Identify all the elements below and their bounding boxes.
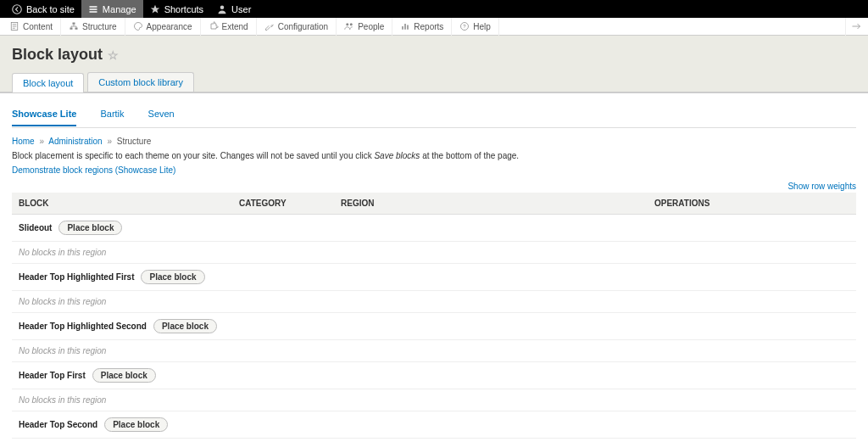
show-row-weights[interactable]: Show row weights bbox=[12, 182, 856, 191]
appearance-icon bbox=[133, 21, 143, 31]
menu-people[interactable]: People bbox=[337, 18, 392, 36]
svg-rect-8 bbox=[403, 26, 404, 30]
empty-region-row: No blocks in this region bbox=[12, 242, 856, 264]
place-block-button[interactable]: Place block bbox=[153, 319, 217, 333]
user-icon bbox=[217, 4, 227, 14]
manage-toggle[interactable]: Manage bbox=[81, 0, 143, 18]
back-label: Back to site bbox=[26, 4, 75, 14]
region-name: Header Top Second bbox=[19, 420, 97, 429]
svg-rect-5 bbox=[75, 28, 78, 30]
empty-region-row: No blocks in this region bbox=[12, 439, 856, 443]
star-icon bbox=[150, 4, 160, 14]
region-name: Header Top Highlighted First bbox=[19, 272, 134, 282]
structure-icon bbox=[69, 21, 79, 31]
svg-point-1 bbox=[220, 5, 225, 9]
breadcrumb: Home » Administration » Structure bbox=[12, 137, 856, 146]
theme-tab-seven[interactable]: Seven bbox=[148, 105, 175, 122]
svg-text:?: ? bbox=[464, 24, 467, 29]
content: Showcase Lite Bartik Seven Home » Admini… bbox=[0, 92, 868, 442]
region-row: Header Top Highlighted SecondPlace block bbox=[12, 313, 856, 340]
extend-icon bbox=[209, 21, 219, 31]
menu-reports[interactable]: Reports bbox=[392, 18, 452, 36]
tab-custom-block-library[interactable]: Custom block library bbox=[87, 72, 194, 92]
shortcuts-toggle[interactable]: Shortcuts bbox=[143, 0, 210, 18]
place-block-button[interactable]: Place block bbox=[104, 417, 168, 432]
breadcrumb-structure: Structure bbox=[117, 137, 152, 146]
orientation-icon bbox=[851, 21, 861, 31]
region-row: Header Top FirstPlace block bbox=[12, 362, 856, 389]
empty-region-row: No blocks in this region bbox=[12, 291, 856, 313]
place-block-button[interactable]: Place block bbox=[58, 221, 122, 235]
tab-block-layout[interactable]: Block layout bbox=[12, 73, 84, 92]
manage-label: Manage bbox=[103, 4, 136, 14]
back-to-site[interactable]: Back to site bbox=[5, 0, 81, 18]
people-icon bbox=[344, 21, 354, 31]
menu-extend[interactable]: Extend bbox=[201, 18, 257, 36]
hamburger-icon bbox=[88, 4, 98, 14]
th-block: Block bbox=[12, 193, 232, 215]
theme-tab-bartik[interactable]: Bartik bbox=[100, 105, 124, 122]
page-title: Block layout☆ bbox=[12, 46, 856, 64]
svg-rect-9 bbox=[405, 24, 407, 30]
svg-point-6 bbox=[346, 23, 348, 25]
back-icon bbox=[12, 4, 22, 14]
content-icon bbox=[9, 21, 19, 31]
menu-help[interactable]: ?Help bbox=[452, 18, 499, 36]
config-icon bbox=[264, 21, 275, 31]
svg-point-0 bbox=[13, 4, 22, 14]
menu-configuration[interactable]: Configuration bbox=[257, 18, 337, 36]
menu-appearance[interactable]: Appearance bbox=[125, 18, 201, 36]
block-table: Block Category Region Operations Slideou… bbox=[12, 193, 856, 442]
user-label: User bbox=[231, 4, 251, 14]
place-block-button[interactable]: Place block bbox=[141, 270, 204, 284]
menu-content[interactable]: Content bbox=[2, 18, 61, 36]
region-name: Header Top First bbox=[19, 371, 86, 380]
empty-region-row: No blocks in this region bbox=[12, 389, 856, 411]
empty-region-row: No blocks in this region bbox=[12, 340, 856, 362]
place-block-button[interactable]: Place block bbox=[92, 368, 156, 383]
page-description: Block placement is specific to each them… bbox=[12, 151, 856, 160]
svg-point-7 bbox=[350, 23, 353, 25]
th-region: Region bbox=[334, 193, 648, 215]
primary-tabs: Block layout Custom block library bbox=[12, 72, 856, 92]
th-category: Category bbox=[232, 193, 334, 215]
reports-icon bbox=[400, 21, 410, 31]
th-operations: Operations bbox=[648, 193, 856, 215]
region-row: Header Top Highlighted FirstPlace block bbox=[12, 264, 856, 291]
region-name: Header Top Highlighted Second bbox=[19, 322, 147, 331]
secondary-tabs: Showcase Lite Bartik Seven bbox=[12, 100, 856, 128]
favorite-star-icon[interactable]: ☆ bbox=[108, 48, 119, 62]
shortcuts-label: Shortcuts bbox=[164, 4, 203, 14]
orientation-toggle[interactable] bbox=[845, 18, 866, 36]
svg-rect-3 bbox=[73, 23, 75, 25]
demonstrate-regions-link[interactable]: Demonstrate block regions (Showcase Lite… bbox=[12, 165, 856, 175]
region-row: SlideoutPlace block bbox=[12, 215, 856, 242]
toolbar-top: Back to site Manage Shortcuts User bbox=[0, 0, 868, 18]
title-region: Block layout☆ Block layout Custom block … bbox=[0, 36, 868, 92]
help-icon: ? bbox=[459, 21, 470, 31]
admin-menu: Content Structure Appearance Extend Conf… bbox=[0, 18, 868, 36]
breadcrumb-administration[interactable]: Administration bbox=[48, 137, 102, 146]
breadcrumb-home[interactable]: Home bbox=[12, 137, 35, 146]
svg-rect-10 bbox=[408, 25, 409, 30]
region-row: Header Top SecondPlace block bbox=[12, 411, 856, 439]
region-name: Slideout bbox=[19, 223, 52, 232]
menu-structure[interactable]: Structure bbox=[61, 18, 125, 36]
theme-tab-showcase[interactable]: Showcase Lite bbox=[12, 105, 76, 126]
user-toggle[interactable]: User bbox=[210, 0, 258, 18]
svg-rect-4 bbox=[70, 28, 73, 30]
